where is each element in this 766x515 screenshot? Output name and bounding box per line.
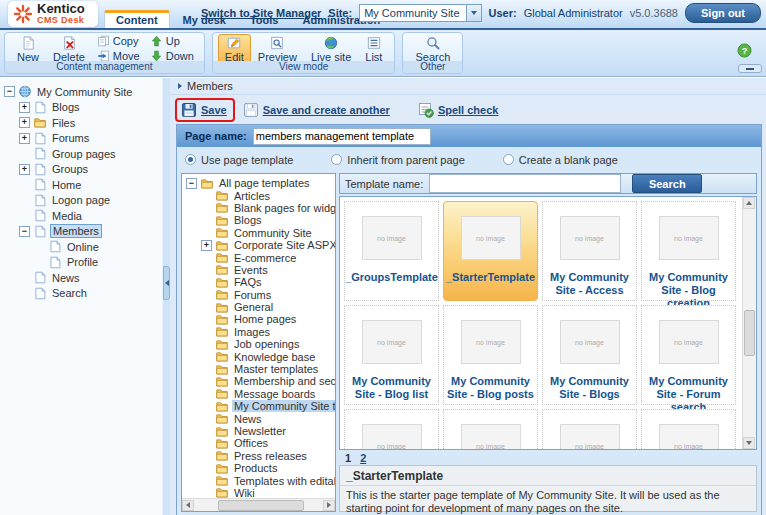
template-category-my-community-site-templates[interactable]: My Community Site templates — [184, 400, 335, 412]
template-category-label[interactable]: E-commerce — [232, 252, 298, 264]
content-tree-item-label[interactable]: Group pages — [50, 148, 118, 160]
template-category-membership-and-security[interactable]: Membership and security — [184, 375, 335, 387]
template-category-products[interactable]: Products — [184, 462, 335, 474]
content-tree-item-label[interactable]: Search — [50, 287, 89, 299]
template-category-label[interactable]: Knowledge base — [232, 351, 317, 363]
template-category-label[interactable]: Images — [232, 326, 272, 338]
template-category-news[interactable]: News — [184, 412, 335, 424]
content-tree-item-group-pages[interactable]: Group pages — [2, 146, 162, 162]
content-tree-item-forums[interactable]: +Forums — [2, 131, 162, 147]
template-category-articles[interactable]: Articles — [184, 189, 335, 201]
content-tree-item-label[interactable]: Logon page — [50, 194, 112, 206]
save-button[interactable]: Save — [201, 104, 227, 116]
content-tree-item-label[interactable]: News — [50, 272, 82, 284]
template-category-message-boards[interactable]: Message boards — [184, 388, 335, 400]
minus-expander-icon[interactable]: − — [186, 178, 197, 189]
template-category-label[interactable]: Newsletter — [232, 425, 288, 437]
template-category-label[interactable]: Press releases — [232, 450, 309, 462]
minus-expander-icon[interactable]: − — [19, 226, 30, 237]
site-selector[interactable]: My Community Site — [359, 4, 481, 22]
content-tree-item-label[interactable]: Files — [50, 117, 77, 129]
content-tree-item-media[interactable]: Media — [2, 208, 162, 224]
template-card-name[interactable]: My Community Site - Blog list — [345, 375, 438, 401]
page-link-2[interactable]: 2 — [360, 452, 366, 464]
template-card-my-community-site-blogs[interactable]: no imageMy Community Site - Blogs — [542, 305, 637, 405]
content-tree-item-label[interactable]: Online — [65, 241, 101, 253]
content-tree-item-label[interactable]: My Community Site — [35, 86, 134, 98]
radio-inherit-from-parent-page[interactable]: Inherit from parent page — [331, 154, 464, 166]
content-tree-item-my-community-site[interactable]: −My Community Site — [2, 84, 162, 100]
scroll-right-icon[interactable] — [323, 500, 335, 511]
template-category-home-pages[interactable]: Home pages — [184, 313, 335, 325]
content-tree-item-members[interactable]: −Members — [2, 224, 162, 240]
template-category-label[interactable]: Events — [232, 264, 270, 276]
template-card-name[interactable]: My Community Site - Blogs — [543, 375, 636, 401]
spell-check-button[interactable]: Spell check — [438, 104, 499, 116]
template-category-label[interactable]: FAQs — [232, 276, 264, 288]
content-tree-item-logon-page[interactable]: Logon page — [2, 193, 162, 209]
template-category-forums[interactable]: Forums — [184, 289, 335, 301]
template-category-label[interactable]: News — [232, 413, 264, 425]
content-tree-item-profile[interactable]: Profile — [2, 255, 162, 271]
content-tree-item-label[interactable]: Media — [50, 210, 84, 222]
template-category-label[interactable]: Corporate Site ASPX — [232, 239, 336, 251]
content-tree-item-online[interactable]: Online — [2, 239, 162, 255]
template-card-groupstemplate[interactable]: no image_GroupsTemplate — [344, 201, 439, 301]
template-category-label[interactable]: All page templates — [217, 177, 312, 189]
sign-out-button[interactable]: Sign out — [685, 3, 761, 23]
template-category-press-releases[interactable]: Press releases — [184, 450, 335, 462]
template-category-label[interactable]: Blank pages for widgets — [232, 202, 336, 214]
help-icon[interactable]: ? — [737, 43, 752, 58]
minus-expander-icon[interactable]: − — [4, 86, 15, 97]
template-category-blogs[interactable]: Blogs — [184, 214, 335, 226]
template-card-my-community-site-blog-creation[interactable]: no imageMy Community Site - Blog creatio… — [641, 201, 736, 301]
template-category-label[interactable]: Products — [232, 462, 279, 474]
template-category-label[interactable]: My Community Site templates — [232, 400, 336, 412]
template-name-input[interactable] — [429, 174, 621, 193]
template-category-corporate-site-aspx[interactable]: +Corporate Site ASPX — [184, 239, 335, 251]
template-search-button[interactable]: Search — [632, 174, 702, 193]
template-card-my-community-site-access[interactable]: no imageMy Community Site - Access — [542, 201, 637, 301]
template-card-name[interactable]: _StarterTemplate — [444, 271, 537, 284]
template-card-my-community-site-blog-posts[interactable]: no imageMy Community Site - Blog posts — [443, 305, 538, 405]
radio-button[interactable] — [503, 154, 514, 165]
content-tree-item-label[interactable]: Members — [50, 224, 102, 238]
template-category-label[interactable]: Community Site — [232, 227, 314, 239]
template-card-startertemplate[interactable]: no image_StarterTemplate — [443, 201, 538, 301]
template-category-label[interactable]: Articles — [232, 190, 272, 202]
scroll-left-icon[interactable] — [182, 500, 194, 511]
content-tree-item-home[interactable]: Home — [2, 177, 162, 193]
switch-to-site-manager-link[interactable]: Switch to Site Manager — [201, 7, 321, 19]
scroll-down-icon[interactable] — [743, 437, 755, 449]
page-link-1[interactable]: 1 — [345, 452, 351, 464]
content-tree-item-search[interactable]: Search — [2, 286, 162, 302]
template-category-master-templates[interactable]: Master templates — [184, 363, 335, 375]
template-category-offices[interactable]: Offices — [184, 437, 335, 449]
save-and-create-another-button[interactable]: Save and create another — [263, 104, 390, 116]
template-category-label[interactable]: Home pages — [232, 313, 298, 325]
template-card-partial[interactable]: no image — [641, 409, 736, 450]
content-tree-item-news[interactable]: News — [2, 270, 162, 286]
template-category-job-openings[interactable]: Job openings — [184, 338, 335, 350]
template-card-my-community-site-forum-search[interactable]: no imageMy Community Site - Forum search — [641, 305, 736, 405]
template-category-general[interactable]: General — [184, 301, 335, 313]
template-category-faqs[interactable]: FAQs — [184, 276, 335, 288]
plus-expander-icon[interactable]: + — [19, 102, 30, 113]
template-category-label[interactable]: Blogs — [232, 214, 264, 226]
template-card-name[interactable]: My Community Site - Blog posts — [444, 375, 537, 401]
template-category-label[interactable]: Membership and security — [232, 375, 336, 387]
template-category-label[interactable]: Offices — [232, 437, 270, 449]
template-category-label[interactable]: Templates with editable regio — [232, 475, 336, 487]
content-tree-item-label[interactable]: Profile — [65, 256, 100, 268]
page-name-input[interactable] — [253, 128, 431, 145]
template-category-blank-pages-for-widgets[interactable]: Blank pages for widgets — [184, 202, 335, 214]
scroll-up-icon[interactable] — [743, 197, 755, 209]
radio-create-a-blank-page[interactable]: Create a blank page — [503, 154, 618, 166]
template-category-label[interactable]: Message boards — [232, 388, 317, 400]
plus-expander-icon[interactable]: + — [19, 117, 30, 128]
content-tree-item-label[interactable]: Blogs — [50, 101, 82, 113]
copy-button[interactable]: Copy — [97, 35, 140, 47]
template-category-images[interactable]: Images — [184, 326, 335, 338]
vertical-scrollbar[interactable] — [742, 197, 756, 449]
plus-expander-icon[interactable]: + — [19, 133, 30, 144]
